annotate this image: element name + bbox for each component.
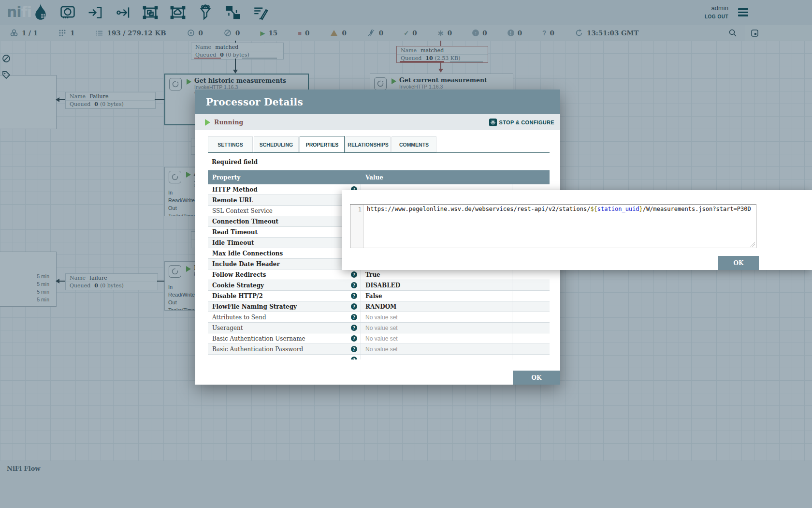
- required-field-label: Required field: [212, 159, 258, 165]
- tab-scheduling[interactable]: SCHEDULING: [254, 136, 299, 152]
- resize-handle[interactable]: [751, 242, 755, 247]
- table-row[interactable]: Follow Redirects? True: [208, 269, 550, 280]
- help-icon[interactable]: ?: [351, 282, 357, 288]
- value-editor-ok-button[interactable]: OK: [718, 256, 759, 270]
- help-icon[interactable]: ?: [351, 271, 357, 278]
- help-icon[interactable]: ?: [351, 303, 357, 310]
- tab-properties[interactable]: PROPERTIES: [300, 136, 345, 153]
- dialog-ok-button[interactable]: OK: [513, 371, 560, 385]
- line-number: 1: [350, 205, 364, 248]
- running-icon: [205, 119, 210, 126]
- help-icon[interactable]: ?: [351, 293, 357, 299]
- table-row[interactable]: FlowFile Naming Strategy? RANDOM: [208, 301, 550, 312]
- table-row-partial: ?: [208, 355, 550, 359]
- dialog-tabs: SETTINGS SCHEDULING PROPERTIES RELATIONS…: [208, 136, 550, 153]
- tab-comments[interactable]: COMMENTS: [392, 136, 436, 152]
- value-editor-input[interactable]: https://www.pegelonline.wsv.de/webservic…: [364, 205, 756, 248]
- url-text: https://www.pegelonline.wsv.de/webservic…: [367, 206, 590, 212]
- table-row[interactable]: Disable HTTP/2? False: [208, 291, 550, 301]
- table-row[interactable]: Useragent? No value set: [208, 323, 550, 333]
- help-icon[interactable]: ?: [351, 314, 357, 320]
- dialog-title: Processor Details: [206, 96, 303, 108]
- el-delimiter: }: [639, 206, 643, 212]
- el-variable: station_uuid: [597, 206, 639, 212]
- help-icon[interactable]: ?: [351, 335, 357, 342]
- help-icon[interactable]: ?: [351, 346, 357, 352]
- table-row[interactable]: Basic Authentication Password? No value …: [208, 344, 550, 355]
- run-status-text: Running: [214, 119, 243, 126]
- help-icon[interactable]: ?: [351, 325, 357, 331]
- url-text: /W/measurements.json?start=P30D: [643, 206, 751, 212]
- tab-relationships[interactable]: RELATIONSHIPS: [346, 136, 391, 152]
- column-value: Value: [361, 174, 512, 181]
- properties-table-header: Property Value: [208, 170, 550, 184]
- stop-and-configure-button[interactable]: STOP & CONFIGURE: [489, 114, 554, 130]
- help-icon: ?: [351, 357, 357, 359]
- table-row[interactable]: Basic Authentication Username? No value …: [208, 333, 550, 344]
- stop-configure-label: STOP & CONFIGURE: [499, 120, 554, 125]
- column-property: Property: [208, 174, 361, 181]
- stop-configure-icon: [489, 119, 497, 126]
- table-row[interactable]: Attributes to Send? No value set: [208, 312, 550, 323]
- el-delimiter: ${: [590, 206, 597, 212]
- dialog-status-row: Running STOP & CONFIGURE: [195, 114, 560, 130]
- tab-settings[interactable]: SETTINGS: [208, 136, 253, 152]
- value-editor-popup: 1 https://www.pegelonline.wsv.de/webserv…: [342, 190, 812, 270]
- table-row[interactable]: Cookie Strategy? DISABLED: [208, 280, 550, 291]
- dialog-title-bar: Processor Details: [195, 90, 560, 114]
- value-editor-box: 1 https://www.pegelonline.wsv.de/webserv…: [350, 204, 756, 248]
